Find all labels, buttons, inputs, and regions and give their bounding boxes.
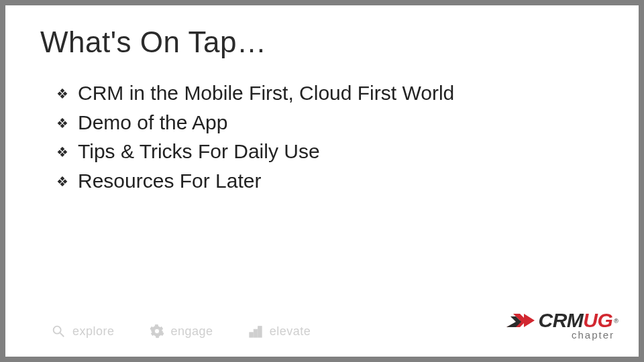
logo-ug-text: UG [583,309,612,331]
list-item: ❖ CRM in the Mobile First, Cloud First W… [56,80,612,106]
bullet-list: ❖ CRM in the Mobile First, Cloud First W… [56,80,612,197]
gear-icon [150,324,164,339]
footer-items: explore engage [51,324,337,339]
bullet-text: Resources For Later [78,168,261,194]
crmug-logo: CRMUG® chapter [506,309,619,341]
list-item: ❖ Demo of the App [56,110,612,135]
slide-body: What's On Tap… ❖ CRM in the Mobile First… [5,5,639,357]
footer-label: engage [171,324,213,339]
registered-icon: ® [614,318,619,324]
footer-item-explore: explore [51,324,115,339]
diamond-bullet-icon: ❖ [56,174,68,190]
footer-item-elevate: elevate [248,324,311,339]
diamond-bullet-icon: ❖ [56,86,68,103]
steps-icon [248,324,263,339]
bullet-text: Tips & Tricks For Daily Use [78,139,320,164]
bullet-text: CRM in the Mobile First, Cloud First Wor… [78,80,454,106]
svg-line-1 [60,333,64,337]
logo-text: CRMUG® [539,309,619,332]
slide-frame: What's On Tap… ❖ CRM in the Mobile First… [0,0,644,362]
footer-strip: explore engage [11,311,633,351]
footer-item-engage: engage [150,324,213,339]
diamond-bullet-icon: ❖ [56,115,68,132]
logo-chapter-text: chapter [572,329,614,341]
list-item: ❖ Tips & Tricks For Daily Use [56,139,612,164]
slide-title: What's On Tap… [40,25,266,59]
arrow-icon [506,312,535,328]
svg-rect-2 [249,333,253,337]
bullet-text: Demo of the App [78,110,227,135]
list-item: ❖ Resources For Later [56,168,612,194]
logo-crm-text: CRM [539,309,584,331]
svg-rect-3 [254,329,258,337]
diamond-bullet-icon: ❖ [56,144,68,161]
svg-rect-4 [258,326,262,338]
footer-label: elevate [270,324,311,339]
footer-label: explore [72,324,115,339]
magnifier-icon [51,324,66,339]
svg-point-0 [54,326,61,334]
logo-top-row: CRMUG® [506,309,619,332]
